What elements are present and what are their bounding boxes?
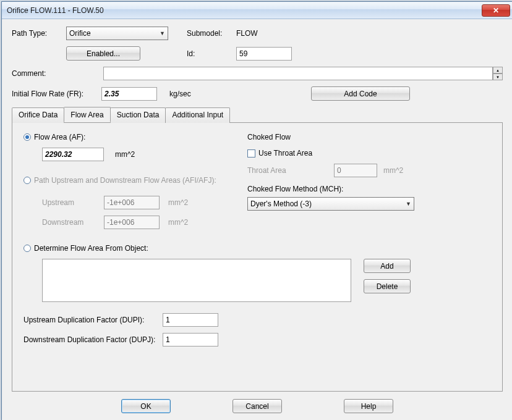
add-code-button[interactable]: Add Code	[311, 86, 410, 101]
radio-flow-area-af[interactable]	[23, 133, 31, 141]
upstream-unit: mm^2	[168, 198, 188, 207]
mch-value: Dyer's Method (-3)	[250, 200, 312, 208]
tab-panel-flow-area: Flow Area (AF): 2290.32 mm^2 Path Upstre…	[12, 122, 503, 392]
use-throat-checkbox[interactable]	[247, 149, 255, 158]
throat-area-input: 0	[334, 164, 377, 177]
enabled-button[interactable]: Enabled...	[66, 46, 140, 61]
use-throat-label: Use Throat Area	[258, 149, 312, 158]
content-area: Path Type: Orifice ▼ Submodel: FLOW Enab…	[2, 19, 512, 420]
dupj-row: Downstream Duplication Factor (DUPJ): 1	[23, 333, 491, 346]
titlebar: Orifice FLOW.111 - FLOW.50 ✕	[2, 2, 512, 19]
downstream-row: Downstream -1e+006 mm^2	[42, 216, 491, 229]
tab-additional-input[interactable]: Additional Input	[165, 107, 230, 123]
comment-spinner[interactable]: ▲ ▼	[493, 67, 503, 80]
chevron-down-icon: ▼	[160, 30, 165, 36]
dupi-label: Upstream Duplication Factor (DUPI):	[23, 316, 163, 324]
mch-label: Choked Flow Method (MCH):	[247, 185, 433, 193]
object-list-row: Add Delete	[42, 259, 491, 302]
row-comment: Comment: ▲ ▼	[12, 67, 503, 80]
add-object-button[interactable]: Add	[364, 259, 411, 273]
tab-strip: Orifice Data Flow Area Suction Data Addi…	[12, 107, 503, 122]
comment-input[interactable]	[103, 67, 493, 80]
spinner-up-icon[interactable]: ▲	[493, 67, 503, 74]
downstream-label: Downstream	[42, 218, 104, 227]
radio-determine-from-object[interactable]	[23, 245, 31, 252]
id-input[interactable]: 59	[236, 47, 292, 61]
throat-area-unit: mm^2	[383, 166, 403, 175]
row-flow-rate: Initial Flow Rate (FR): 2.35 kg/sec Add …	[12, 86, 503, 101]
row-path-type: Path Type: Orifice ▼ Submodel: FLOW	[12, 27, 503, 40]
chevron-down-icon: ▼	[406, 201, 411, 207]
ok-button[interactable]: OK	[121, 399, 171, 413]
use-throat-row: Use Throat Area	[247, 149, 433, 158]
flow-area-af-label: Flow Area (AF):	[34, 133, 85, 141]
throat-area-row: Throat Area 0 mm^2	[247, 164, 433, 177]
throat-area-label: Throat Area	[247, 166, 334, 175]
comment-label: Comment:	[12, 69, 49, 78]
path-updown-label: Path Upstream and Downstream Flow Areas …	[34, 176, 216, 185]
mch-combo[interactable]: Dyer's Method (-3) ▼	[247, 197, 414, 211]
path-type-label: Path Type:	[12, 29, 66, 38]
dupj-input[interactable]: 1	[163, 333, 218, 346]
dialog-window: Orifice FLOW.111 - FLOW.50 ✕ Path Type: …	[1, 1, 512, 420]
flow-area-input[interactable]: 2290.32	[42, 148, 104, 161]
id-label: Id:	[187, 49, 236, 58]
upstream-label: Upstream	[42, 198, 104, 207]
help-button[interactable]: Help	[344, 399, 393, 413]
radio-determine-row: Determine Flow Area From Object:	[23, 244, 491, 253]
radio-path-updown[interactable]	[23, 177, 31, 184]
dupi-input[interactable]: 1	[163, 313, 218, 327]
flow-rate-input[interactable]: 2.35	[101, 87, 157, 101]
upstream-input: -1e+006	[104, 196, 160, 209]
flow-rate-unit: kg/sec	[169, 90, 219, 98]
flow-area-unit: mm^2	[115, 150, 135, 159]
path-type-combo[interactable]: Orifice ▼	[66, 27, 168, 40]
row-enabled: Enabled... Id: 59	[12, 46, 503, 61]
choked-flow-section: Choked Flow Use Throat Area Throat Area …	[247, 133, 433, 211]
object-listbox[interactable]	[42, 259, 351, 302]
tab-flow-area[interactable]: Flow Area	[64, 107, 110, 122]
close-icon: ✕	[493, 6, 499, 15]
close-button[interactable]: ✕	[482, 4, 510, 17]
downstream-input: -1e+006	[104, 216, 160, 229]
choked-flow-header: Choked Flow	[247, 133, 433, 141]
path-type-value: Orifice	[69, 29, 91, 38]
tab-suction-data[interactable]: Suction Data	[110, 107, 166, 123]
tab-orifice-data[interactable]: Orifice Data	[12, 107, 64, 123]
spinner-down-icon[interactable]: ▼	[493, 74, 503, 80]
delete-object-button[interactable]: Delete	[364, 279, 411, 293]
flow-rate-label: Initial Flow Rate (FR):	[12, 90, 101, 98]
submodel-label: Submodel:	[187, 29, 236, 38]
dupj-label: Downstream Duplication Factor (DUPJ):	[23, 335, 163, 344]
dupi-row: Upstream Duplication Factor (DUPI): 1	[23, 313, 491, 327]
window-title: Orifice FLOW.111 - FLOW.50	[7, 6, 482, 15]
dialog-footer: OK Cancel Help	[12, 392, 503, 416]
submodel-value: FLOW	[236, 29, 258, 38]
cancel-button[interactable]: Cancel	[233, 399, 282, 413]
determine-label: Determine Flow Area From Object:	[34, 244, 148, 253]
downstream-unit: mm^2	[168, 218, 188, 227]
